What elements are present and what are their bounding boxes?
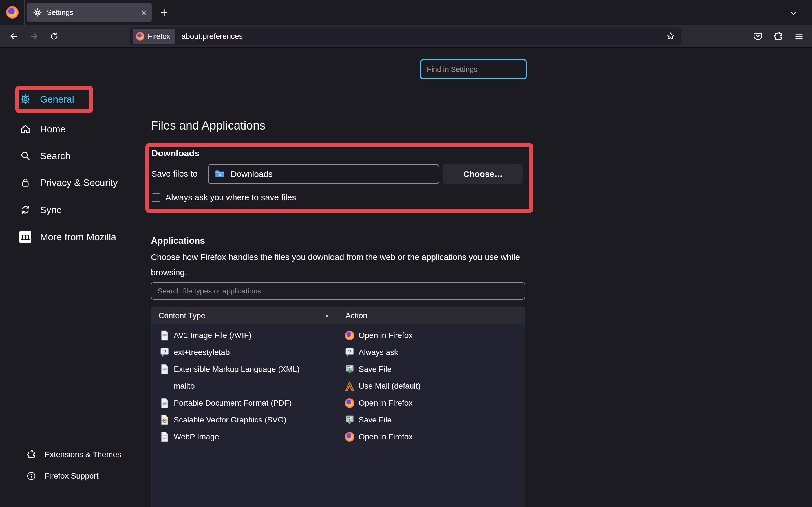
pocket-button[interactable] — [752, 31, 764, 42]
forward-button[interactable] — [29, 31, 40, 42]
tab-settings[interactable]: Settings × — [27, 3, 152, 22]
sidebar-link-label: Extensions & Themes — [45, 450, 121, 459]
handler-row-extensible-markup-language-xml[interactable]: Extensible Markup Language (XML)Save Fil… — [151, 361, 525, 378]
action-label: Save File — [359, 415, 392, 425]
back-arrow-icon — [8, 31, 18, 41]
handler-row-ext-treestyletab[interactable]: ?ext+treestyletab?Always ask — [151, 344, 525, 361]
save-file-icon — [345, 363, 355, 375]
svg-text:?: ? — [163, 349, 166, 355]
content-type-cell[interactable]: Extensible Markup Language (XML) — [151, 363, 339, 375]
close-tab-icon[interactable]: × — [141, 8, 147, 17]
sidebar-item-label: Search — [40, 151, 70, 161]
content-type-label: AV1 Image File (AVIF) — [174, 331, 252, 340]
handler-row-scalable-vector-graphics-svg[interactable]: Scalable Vector Graphics (SVG)Save File — [151, 411, 525, 429]
svg-text:?: ? — [30, 473, 33, 478]
tabbar-separator — [24, 0, 24, 25]
content-type-cell[interactable]: AV1 Image File (AVIF) — [151, 330, 339, 341]
content-type-cell[interactable]: Scalable Vector Graphics (SVG) — [151, 414, 339, 426]
sync-icon — [19, 204, 32, 216]
action-cell[interactable]: Open in Firefox — [339, 330, 525, 341]
save-file-icon — [345, 414, 355, 426]
sidebar-item-search[interactable]: Search — [19, 146, 70, 165]
folder-icon — [215, 170, 225, 179]
firefox-icon — [345, 397, 355, 409]
handlers-table: Content Type ▲ Action AV1 Image File (AV… — [151, 307, 525, 507]
url-bar[interactable]: Firefox about:preferences — [130, 27, 681, 45]
question-bubble-icon: ? — [345, 347, 355, 358]
lock-icon — [19, 177, 32, 188]
handler-row-webp-image[interactable]: WebP ImageOpen in Firefox — [151, 429, 525, 445]
action-label: Open in Firefox — [359, 432, 412, 441]
puzzle-icon — [26, 450, 37, 460]
always-ask-label: Always ask you where to save files — [165, 193, 296, 202]
sidebar-item-privacy-security[interactable]: Privacy & Security — [19, 173, 118, 192]
app-menu-button[interactable] — [793, 31, 805, 42]
sidebar-link-extensions-themes[interactable]: Extensions & Themes — [26, 446, 121, 463]
search-icon — [19, 150, 32, 161]
svg-doc-icon — [160, 414, 170, 426]
action-cell[interactable]: Open in Firefox — [339, 431, 525, 443]
sidebar-item-label: Sync — [40, 205, 61, 216]
handlers-table-body: AV1 Image File (AVIF)Open in Firefox?ext… — [151, 325, 525, 445]
action-cell[interactable]: Open in Firefox — [339, 397, 525, 409]
hamburger-menu-icon — [794, 32, 804, 41]
action-cell[interactable]: Save File — [339, 363, 525, 375]
tab-bar: Settings × + — [0, 0, 812, 25]
action-cell[interactable]: Use Mail (default) — [339, 381, 525, 392]
firefox-logo-icon — [6, 6, 18, 18]
find-in-settings-input[interactable] — [420, 59, 527, 79]
url-text[interactable]: about:preferences — [181, 32, 666, 41]
mozilla-icon: m — [19, 231, 32, 242]
applications-heading: Applications — [151, 235, 205, 246]
content-type-label: WebP Image — [174, 432, 219, 441]
always-ask-row: Always ask you where to save files — [152, 193, 296, 202]
sidebar-link-label: Firefox Support — [45, 471, 98, 481]
sort-ascending-icon: ▲ — [324, 313, 329, 319]
identity-chip[interactable]: Firefox — [133, 29, 175, 44]
handler-row-portable-document-format-pdf[interactable]: Portable Document Format (PDF)Open in Fi… — [151, 395, 525, 411]
doc-icon — [160, 363, 170, 375]
sidebar-item-label: Privacy & Security — [40, 177, 118, 188]
handler-row-mailto[interactable]: mailtoUse Mail (default) — [151, 378, 525, 395]
content-type-cell[interactable]: ?ext+treestyletab — [151, 347, 339, 358]
back-button[interactable] — [8, 31, 19, 42]
identity-chip-label: Firefox — [148, 32, 170, 41]
sidebar-item-general[interactable]: General — [19, 90, 74, 109]
content-type-cell[interactable]: Portable Document Format (PDF) — [151, 397, 339, 409]
page-title: Files and Applications — [151, 119, 265, 132]
sidebar-item-more-from-mozilla[interactable]: mMore from Mozilla — [19, 227, 116, 246]
bookmark-star-icon[interactable] — [666, 31, 676, 41]
column-header-content-type[interactable]: Content Type — [158, 311, 205, 320]
action-cell[interactable]: Save File — [339, 414, 525, 426]
applications-search-input[interactable] — [151, 282, 525, 300]
content-type-label: Scalable Vector Graphics (SVG) — [174, 415, 287, 425]
new-tab-button[interactable]: + — [157, 5, 171, 20]
content-type-cell[interactable]: mailto — [151, 381, 339, 392]
action-cell[interactable]: ?Always ask — [339, 347, 525, 358]
section-divider — [151, 108, 525, 108]
handler-row-av1-image-file-avif[interactable]: AV1 Image File (AVIF)Open in Firefox — [151, 327, 525, 344]
sidebar-link-firefox-support[interactable]: ?Firefox Support — [26, 467, 98, 485]
pocket-icon — [753, 31, 763, 41]
download-location-field[interactable]: Downloads — [208, 164, 439, 184]
download-location-value: Downloads — [231, 169, 272, 179]
handlers-table-header: Content Type ▲ Action — [151, 307, 525, 324]
downloads-heading: Downloads — [151, 148, 200, 159]
sidebar-item-label: General — [40, 94, 74, 105]
mail-icon — [345, 381, 355, 392]
content-type-cell[interactable]: WebP Image — [151, 431, 339, 443]
doc-icon — [160, 431, 170, 443]
column-header-action[interactable]: Action — [345, 311, 367, 320]
reload-button[interactable] — [49, 31, 60, 42]
choose-button[interactable]: Choose… — [443, 164, 523, 184]
extensions-button[interactable] — [772, 31, 784, 42]
always-ask-checkbox[interactable] — [152, 193, 160, 202]
tab-title: Settings — [47, 8, 137, 17]
sidebar-item-home[interactable]: Home — [19, 119, 66, 138]
action-label: Always ask — [359, 348, 398, 357]
save-files-to-label: Save files to — [151, 169, 197, 179]
sidebar-item-label: Home — [40, 124, 66, 135]
list-all-tabs-button[interactable] — [787, 7, 800, 19]
action-label: Use Mail (default) — [359, 382, 420, 391]
sidebar-item-sync[interactable]: Sync — [19, 200, 61, 219]
